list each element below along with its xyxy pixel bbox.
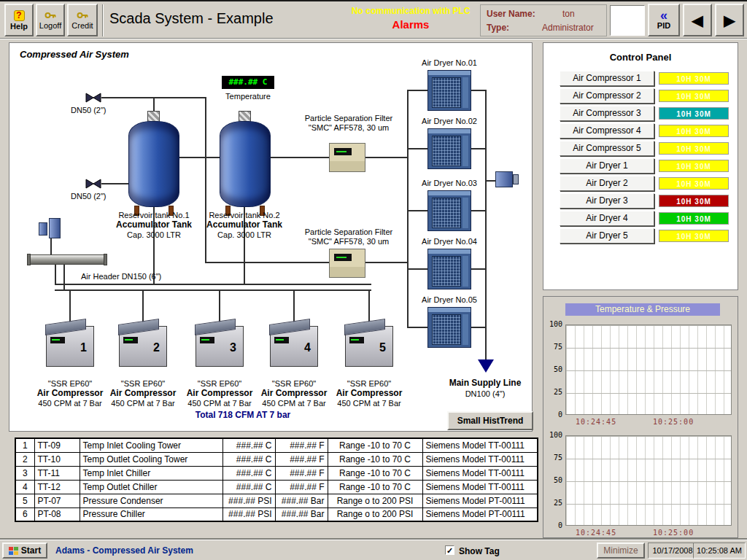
- start-button[interactable]: Start: [2, 542, 47, 559]
- desc-cell: Temp Outlet Chiller: [80, 480, 222, 494]
- dryer-label: Air Dryer No.04: [413, 237, 486, 246]
- credit-label: Credit: [71, 21, 93, 30]
- minimize-button[interactable]: Minimize: [597, 542, 645, 559]
- row-num: 3: [15, 466, 34, 480]
- next-page-button[interactable]: ▶: [715, 4, 744, 36]
- particle-filter-top: [329, 143, 365, 172]
- air-compressor-5-button[interactable]: Air Compressor 5: [560, 141, 654, 156]
- pipe-segment: [179, 157, 407, 158]
- air-dryer-1-runtime: 10H 30M: [659, 160, 729, 172]
- windows-logo-icon: [9, 547, 18, 555]
- credit-button[interactable]: Credit: [67, 4, 98, 36]
- dryer-grille: [432, 314, 461, 345]
- model-cell: Siemens Model TT-00111: [422, 480, 538, 494]
- tag-cell: PT-07: [34, 494, 80, 508]
- valve-top-label: DN50 (2"): [71, 106, 107, 115]
- desc-cell: Pressure Chiller: [80, 508, 222, 521]
- particle-filter-bottom: [329, 249, 365, 278]
- small-histtrend-button[interactable]: Small HistTrend: [447, 411, 533, 430]
- air-dryer-4-button[interactable]: Air Dryer 4: [560, 211, 654, 226]
- compressor-number: 5: [379, 341, 386, 354]
- dryer-grille: [432, 256, 461, 287]
- compressor-unit-3: 3: [196, 326, 244, 367]
- control-panel: Control Panel Air Compressor 1 10H 30M A…: [543, 42, 738, 290]
- tank1-capacity: Cap. 3000 LTR: [110, 230, 198, 240]
- compressor-rating: 450 CPM at 7 Bar: [254, 399, 334, 408]
- desc-cell: Temp Outlet Cooling Tower: [80, 452, 222, 466]
- air-dryer-unit-4: [427, 249, 471, 289]
- user-type-label: Type:: [487, 23, 509, 33]
- pipe-segment: [205, 262, 409, 263]
- air-dryer-5-runtime: 10H 30M: [659, 230, 729, 242]
- dryer-grille: [432, 198, 461, 228]
- table-row: 4TT-12Temp Outlet Chiller###.## C###.## …: [15, 480, 538, 494]
- compressor-number: 1: [80, 341, 87, 354]
- pipe-segment: [55, 264, 56, 285]
- logoff-label: Logoff: [39, 21, 61, 30]
- supply-arrow-icon: [478, 359, 494, 373]
- y-tick: 75: [545, 454, 562, 462]
- trend-title: Temperature & Pressure: [565, 303, 720, 316]
- table-row: 6PT-08Pressure Chiller###.## PSI###.## B…: [15, 508, 538, 521]
- valve-icon[interactable]: [85, 179, 101, 189]
- start-label: Start: [21, 545, 41, 556]
- logoff-button[interactable]: Logoff: [36, 4, 65, 36]
- tag-cell: TT-11: [34, 466, 80, 480]
- compressor-name: Air Compressor: [30, 389, 110, 398]
- pipe-segment: [471, 268, 486, 270]
- user-type-value: Administrator: [542, 23, 594, 33]
- dryer-top: [428, 191, 471, 195]
- pipe-segment: [471, 90, 486, 91]
- tag-cell: TT-09: [34, 438, 80, 452]
- valve-bottom-label: DN50 (2"): [71, 192, 107, 201]
- trend-chart-upper: [565, 324, 732, 415]
- air-compressor-1-button[interactable]: Air Compressor 1: [560, 71, 654, 86]
- air-compressor-2-button[interactable]: Air Compressor 2: [560, 88, 654, 104]
- value-cell: ###.## C: [222, 438, 275, 452]
- table-row: 1TT-09Temp Inlet Cooling Tower###.## C##…: [15, 438, 538, 452]
- show-tag-label: Show Tag: [459, 546, 500, 556]
- value-cell: ###.## C: [222, 480, 275, 494]
- x-tick: 10:24:45: [576, 529, 616, 537]
- dryer-side: [462, 314, 468, 345]
- y-tick: 50: [545, 476, 562, 484]
- show-tag-checkbox[interactable]: ✓: [445, 545, 454, 555]
- air-dryer-1-button[interactable]: Air Dryer 1: [560, 158, 654, 174]
- compressor-rating: 450 CPM at 7 Bar: [103, 399, 183, 408]
- y-tick: 100: [545, 431, 562, 439]
- pipe-flange: [27, 254, 31, 265]
- pipe-flange: [104, 254, 107, 265]
- previous-page-button[interactable]: ◀: [683, 4, 712, 36]
- filter-bottom-label-2: "SMC" AFF578, 30 um: [290, 237, 407, 246]
- date-display: 10/17/2008: [648, 542, 697, 559]
- x-tick: 10:25:00: [653, 529, 694, 537]
- air-compressor-1-runtime: 10H 30M: [659, 72, 729, 85]
- pipe-segment: [407, 90, 427, 91]
- valve-icon[interactable]: [85, 93, 101, 103]
- air-compressor-4-runtime: 10H 30M: [659, 125, 729, 137]
- help-button[interactable]: ? Help: [4, 4, 34, 36]
- air-dryer-5-button[interactable]: Air Dryer 5: [560, 228, 654, 244]
- alarms-label[interactable]: Alarms: [336, 18, 486, 31]
- table-row: 3TT-11Temp Inlet Chiller###.## C###.## F…: [15, 466, 538, 480]
- pipe-segment: [407, 148, 427, 149]
- plc-communication-status: No communication with PLC: [336, 6, 486, 16]
- air-compressor-3-runtime: 10H 30M: [659, 107, 729, 120]
- air-dryer-unit-1: [427, 70, 471, 111]
- y-tick: 75: [545, 343, 562, 351]
- air-compressor-4-button[interactable]: Air Compressor 4: [560, 123, 654, 139]
- air-dryer-3-button[interactable]: Air Dryer 3: [560, 193, 654, 209]
- y-tick: 100: [545, 320, 562, 328]
- compressor-display: [349, 337, 364, 343]
- tag-cell: TT-12: [34, 480, 80, 494]
- filter-display: [334, 148, 352, 155]
- air-compressor-3-button[interactable]: Air Compressor 3: [560, 106, 654, 121]
- desc-cell: Temp Inlet Cooling Tower: [80, 438, 222, 452]
- row-num: 4: [15, 480, 34, 494]
- filter-bottom-label-1: Particle Separation Filter: [290, 228, 407, 237]
- pipe-segment: [55, 289, 371, 291]
- pid-button[interactable]: « PID: [648, 4, 680, 36]
- pid-label: PID: [657, 21, 670, 30]
- pipe-segment: [55, 284, 371, 285]
- air-dryer-2-button[interactable]: Air Dryer 2: [560, 176, 654, 191]
